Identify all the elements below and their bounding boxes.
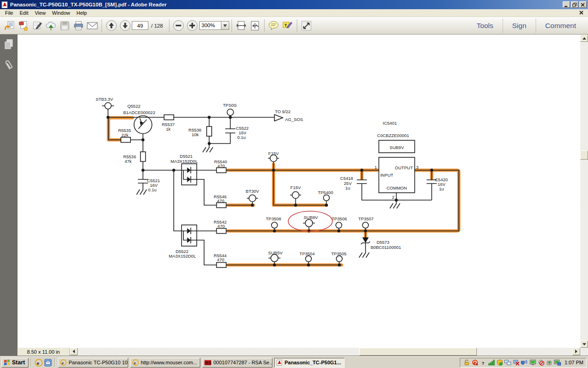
zoom-level-value[interactable]: 300% [199,21,221,30]
menu-window[interactable]: Window [49,10,73,16]
security-lock-tray-icon[interactable] [463,359,470,366]
menu-edit[interactable]: Edit [17,10,32,16]
create-pdf-button[interactable] [17,19,30,33]
label-ic5401-part: C0CBZZE00001 [377,133,409,138]
zoom-out-button[interactable] [172,19,186,33]
page-number-input[interactable] [132,21,148,30]
scroll-up-button[interactable] [580,34,588,42]
scroll-down-button[interactable] [580,340,588,348]
ground-symbol [359,253,369,258]
close-document-button[interactable] [579,10,583,16]
internet-explorer-icon: e [132,359,139,366]
share-cloud-button[interactable] [44,19,58,33]
fit-width-button[interactable] [234,19,248,33]
print-button[interactable] [72,19,85,33]
svg-text:T: T [284,23,287,28]
arrow-left-icon [73,350,75,353]
page-thumbnails-icon[interactable] [3,39,14,50]
next-page-button[interactable] [118,19,132,33]
menu-help[interactable]: Help [73,10,90,16]
taskbar-clock[interactable]: 1:07 PM [565,360,583,365]
print-icon [73,20,84,31]
window-title: Panasonic_TC-P50G10_TX-P50G10B_[SM].pdf … [10,2,562,7]
label-sub5v: SUB5V [268,250,283,255]
help-tray-icon[interactable]: ? [480,359,486,366]
network-computers-tray-icon[interactable] [504,359,511,366]
shield-status-tray-icon[interactable] [496,359,503,366]
minimize-button[interactable] [563,1,570,8]
fullscreen-button[interactable] [300,19,313,33]
label-c5522-value: 0.1u [237,135,246,140]
device-disabled-tray-icon[interactable] [537,359,544,366]
open-button[interactable] [3,19,17,33]
vertical-scroll-track[interactable] [580,42,588,340]
sign-document-button[interactable] [30,19,44,33]
label-tp3508: TP3508 [266,216,281,221]
signal-strength-tray-icon[interactable] [488,359,495,366]
email-icon [86,20,98,31]
label-r5540-value: 470 [217,163,225,168]
remote-desktop-tray-icon[interactable] [529,359,536,366]
quicklaunch-internet-explorer-icon[interactable]: e [34,358,43,367]
previous-page-button[interactable] [104,19,118,33]
svg-text:e: e [62,361,64,365]
label-stb33v: STB3.3V [96,97,113,102]
attachments-paperclip-icon[interactable] [4,59,14,71]
zoom-out-icon [173,20,184,31]
start-button[interactable]: Start [1,358,28,368]
taskbar-button-label: http://www.mouser.com... [141,360,197,365]
horizontal-scroll-track[interactable] [78,348,572,356]
taskbar-button-rsa[interactable]: RSA 000107747287 - RSA Se... [202,358,272,368]
tools-panel-button[interactable]: Tools [468,22,503,30]
horizontal-scroll-thumb[interactable] [359,348,477,356]
share-cloud-icon [45,20,57,31]
document-page[interactable]: STB3.3V Q5522 B1ADCE000022 R5535 22k R55… [17,34,580,348]
zoom-level-combo[interactable]: 300% [199,21,229,30]
sign-panel-button[interactable]: Sign [503,22,536,30]
display-settings-tray-icon[interactable] [554,359,561,366]
svg-text:?: ? [481,361,484,366]
label-ic5401: IC5401 [383,121,397,126]
menu-file[interactable]: File [2,10,17,16]
taskbar-button-browser-1[interactable]: e Panasonic TC-P50G10 10... [58,358,128,368]
scroll-right-button[interactable] [572,348,580,355]
label-pin-output: OUTPUT [395,165,413,170]
wireless-pc-tray-icon[interactable] [521,359,528,366]
label-r5542-value: 470 [217,224,225,229]
taskbar-button-browser-2[interactable]: e http://www.mouser.com... [130,358,200,368]
close-button[interactable] [579,1,587,8]
fit-page-button[interactable] [248,19,262,33]
label-pin2: 2 [392,195,394,200]
quicklaunch-outlook-express-icon[interactable] [43,358,52,367]
antivirus-tray-icon[interactable] [471,359,478,366]
menu-view[interactable]: View [32,10,49,16]
zoom-dropdown-button[interactable] [221,21,229,30]
software-update-tray-icon[interactable] [546,359,553,366]
work-area: STB3.3V Q5522 B1ADCE000022 R5535 22k R55… [0,34,588,348]
email-button[interactable] [85,19,99,33]
rsa-icon: RSA [204,360,211,365]
vertical-scrollbar[interactable] [580,34,588,348]
restore-button[interactable] [571,1,578,8]
zoom-in-button[interactable] [186,19,199,33]
label-ic5401-output-name: SUB9V [390,145,404,150]
network-error-tray-icon[interactable] [513,359,520,366]
vertical-scroll-thumb[interactable] [580,150,588,160]
resistor-r5544 [216,263,226,268]
label-tp5400: TP5400 [318,190,333,195]
comment-bubble-button[interactable] [267,19,281,33]
comment-panel-button[interactable]: Comment [536,22,585,30]
svg-text:RSA: RSA [205,360,212,365]
taskbar-button-adobe-reader[interactable]: Panasonic_TC-P50G1... [274,358,345,368]
label-d5573: D5573 [377,240,390,245]
adobe-reader-icon [277,360,283,366]
toolbar: / 128 300% [0,17,588,34]
adobe-reader-icon [1,1,8,8]
save-button[interactable] [58,19,72,33]
resistor-r5536 [141,152,146,161]
label-c5420-value: 1u [439,186,444,191]
scroll-left-button[interactable] [70,348,78,355]
taskbar-button-label: Panasonic TC-P50G10 10... [68,360,128,365]
highlight-text-button[interactable]: T [281,19,294,33]
page-count-label: / 128 [151,23,163,29]
